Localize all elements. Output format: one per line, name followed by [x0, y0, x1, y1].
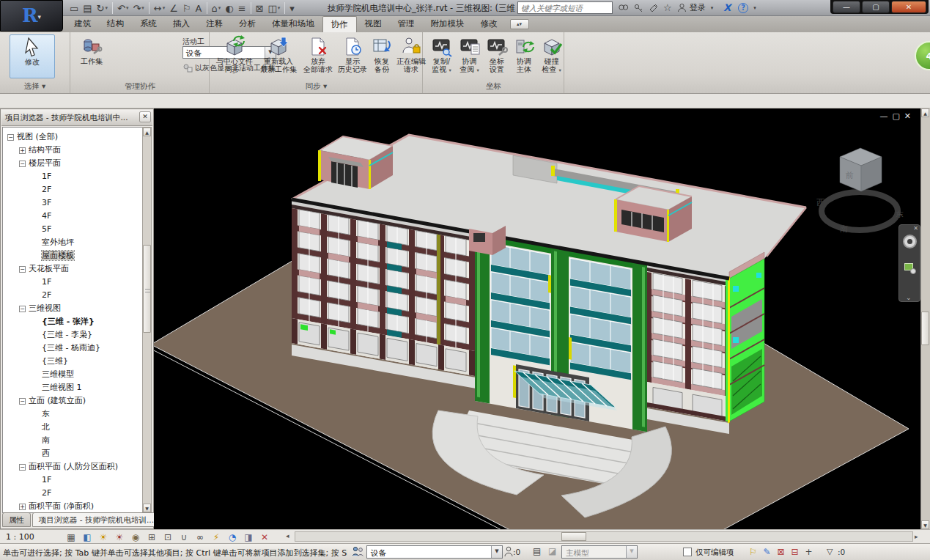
tree-expander-icon[interactable]: −: [19, 464, 26, 471]
help-icon[interactable]: ?: [738, 3, 748, 13]
dropdown-icon[interactable]: ▾: [106, 5, 108, 11]
viewport-scroll-down-icon[interactable]: ▼: [921, 520, 929, 529]
tree-item[interactable]: 室外地坪: [3, 236, 143, 249]
tree-item[interactable]: 1F: [3, 170, 143, 183]
communication-center-icon[interactable]: [649, 3, 658, 12]
tab-体量和场地[interactable]: 体量和场地: [264, 16, 322, 32]
tree-item[interactable]: 东: [3, 408, 143, 421]
save-icon[interactable]: ▤: [81, 1, 94, 15]
editing-requests-count[interactable]: :0: [513, 548, 520, 556]
coordinates-button[interactable]: 坐标设置: [484, 34, 510, 73]
scale-button[interactable]: 1 : 100: [6, 532, 34, 542]
viewport-scroll-up-icon[interactable]: ▲: [921, 108, 929, 117]
detail-level-icon[interactable]: ▦: [63, 532, 79, 542]
render-dialog-icon[interactable]: ◉: [128, 532, 144, 542]
tab-overflow-icon[interactable]: ▴▾: [510, 19, 529, 29]
tree-expander-icon[interactable]: −: [19, 266, 26, 273]
zoom-tool-icon[interactable]: [904, 263, 913, 270]
copy-monitor-button[interactable]: 复制/监视 ▾: [428, 34, 455, 75]
interference-check-button[interactable]: 碰撞检查 ▾: [538, 34, 565, 75]
dropdown-icon[interactable]: ▾: [218, 5, 221, 11]
tab-插入[interactable]: 插入: [165, 16, 198, 32]
tree-item[interactable]: 1F: [3, 474, 143, 487]
exchange-apps-icon[interactable]: X: [723, 2, 731, 13]
design-options-dialog-icon[interactable]: ▤: [533, 546, 541, 556]
editing-requests-icon[interactable]: [504, 546, 513, 559]
navbar-expand-icon[interactable]: ⌄: [906, 294, 912, 301]
tree-expander-icon[interactable]: +: [19, 504, 26, 510]
tree-item[interactable]: {三维 - 李枭}: [3, 328, 143, 342]
minimize-button[interactable]: —: [833, 1, 860, 13]
scroll-up-icon[interactable]: ▲: [143, 128, 151, 136]
switch-windows-icon[interactable]: ◫▾: [265, 1, 282, 15]
signin-dropdown-icon[interactable]: ▾: [711, 5, 714, 11]
tree-item[interactable]: 2F: [3, 487, 143, 500]
aligned-dimension-icon[interactable]: ∠: [167, 1, 180, 15]
search-input[interactable]: [517, 1, 613, 14]
viewcube-south-label[interactable]: 南: [840, 224, 848, 234]
sync-central-icon[interactable]: ↻▾: [95, 1, 110, 15]
collapse-arrow-icon[interactable]: ◂: [286, 532, 289, 539]
restore-backup-button[interactable]: 恢复备份: [370, 34, 394, 73]
tree-item[interactable]: −立面 (建筑立面): [3, 394, 143, 408]
default-3d-view-icon[interactable]: ⌂▾: [210, 1, 224, 15]
panel-label-coordinate[interactable]: 坐标: [424, 81, 564, 92]
worksharing-display-icon[interactable]: ◔: [224, 532, 240, 542]
sign-in-button[interactable]: 登录: [690, 2, 706, 13]
tree-item[interactable]: +面积平面 (净面积): [3, 500, 143, 513]
subscription-key-icon[interactable]: [634, 3, 643, 12]
tree-item[interactable]: 北: [3, 421, 143, 434]
viewport-scrollbar-thumb[interactable]: [921, 312, 929, 345]
navigation-bar[interactable]: ✕ ⌄: [898, 224, 920, 302]
project-browser-title[interactable]: 项目浏览器 - 技师学院机电培训中...: [1, 110, 152, 126]
tree-item[interactable]: 屋面楼板: [3, 249, 143, 262]
viewcube-west-label[interactable]: 西: [816, 198, 824, 207]
view-close-icon[interactable]: ✕: [904, 111, 915, 121]
scroll-down-icon[interactable]: ▼: [143, 504, 151, 512]
design-option-combobox[interactable]: 主模型 ▼: [561, 545, 638, 559]
tree-item[interactable]: +结构平面: [3, 144, 143, 157]
crop-view-icon[interactable]: ⊞: [144, 532, 160, 542]
panel-label-manage-collaboration[interactable]: 管理协作: [71, 81, 209, 92]
navbar-close-icon[interactable]: ✕: [913, 225, 918, 232]
shadows-icon[interactable]: ☀: [111, 532, 128, 542]
tab-系统[interactable]: 系统: [132, 16, 165, 32]
help-dropdown-icon[interactable]: ▾: [753, 5, 756, 11]
reload-latest-button[interactable]: 重新载入最新工作集: [257, 34, 300, 73]
view-minimize-icon[interactable]: —: [879, 111, 892, 121]
redo-icon[interactable]: ↷▾: [130, 1, 146, 15]
tree-item[interactable]: −面积平面 (人防分区面积): [3, 460, 143, 474]
tab-properties[interactable]: 属性: [2, 512, 31, 527]
viewport-horizontal-scrollbar[interactable]: [295, 531, 913, 542]
panel-label-select[interactable]: 选择 ▾: [0, 81, 70, 92]
filter-icon[interactable]: ▽: [827, 547, 833, 556]
viewcube-front-label[interactable]: 前: [845, 171, 854, 180]
close-button[interactable]: ✕: [891, 1, 926, 13]
displaced-elements-icon[interactable]: ✕: [257, 532, 273, 542]
drawing-area-3d-view[interactable]: 前 南 东 西 —▢✕ ✕ ⌄ ▲ ▼: [154, 108, 930, 529]
show-crop-icon[interactable]: ⊡: [160, 532, 176, 542]
select-pinned-icon[interactable]: ⊠: [774, 547, 788, 557]
reconcile-hosting-button[interactable]: 协调主体: [511, 34, 537, 73]
tree-item[interactable]: 三维模型: [3, 368, 143, 381]
hscroll-right-icon[interactable]: ▸: [915, 533, 918, 540]
tree-expander-icon[interactable]: −: [19, 161, 26, 167]
section-icon[interactable]: ◐: [223, 1, 235, 15]
select-links-icon[interactable]: ⚐: [746, 547, 760, 557]
dropdown-icon[interactable]: ▾: [126, 5, 129, 11]
workset-dropdown-icon[interactable]: ▼: [491, 546, 502, 558]
tab-管理[interactable]: 管理: [390, 16, 423, 32]
hide-isolate-icon[interactable]: ∞: [192, 532, 208, 542]
coordination-review-button[interactable]: 协调查阅 ▾: [456, 34, 483, 75]
tree-expander-icon[interactable]: −: [7, 134, 14, 141]
tab-附加模块[interactable]: 附加模块: [423, 16, 473, 32]
view-restore-icon[interactable]: ▢: [892, 111, 904, 121]
search-icon[interactable]: [618, 3, 629, 12]
tab-建筑[interactable]: 建筑: [66, 16, 99, 32]
add-to-set-icon[interactable]: ◪: [548, 546, 556, 556]
open-file-icon[interactable]: ▭: [67, 1, 81, 15]
sun-path-icon[interactable]: ☀: [95, 532, 111, 542]
tree-item[interactable]: {三维 - 杨雨迪}: [3, 342, 143, 355]
view-window-controls[interactable]: —▢✕: [879, 111, 915, 121]
show-history-button[interactable]: 显示历史记录: [336, 34, 369, 73]
